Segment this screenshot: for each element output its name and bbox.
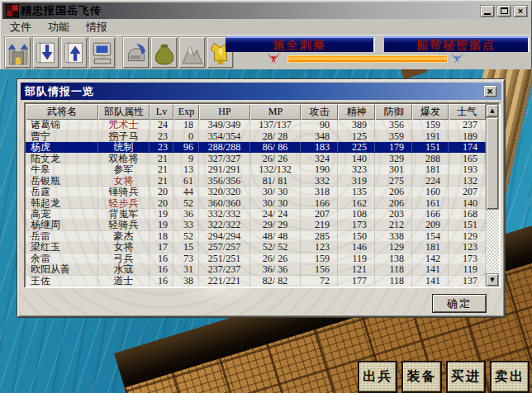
cell-morale: 165 — [449, 153, 486, 163]
cell-morale: 140 — [449, 197, 486, 207]
cell-exp: 36 — [173, 209, 199, 219]
close-button[interactable]: × — [513, 5, 528, 17]
unit-row-王佐[interactable]: 王佐道士1638221/22182/ 8272177118141137 — [26, 276, 486, 286]
cell-morale: 119 — [449, 264, 486, 274]
cell-exp: 96 — [173, 142, 199, 152]
cell-spirit: 140 — [338, 153, 375, 163]
cell-morale: 207 — [449, 187, 486, 196]
buy-button[interactable]: 买进 — [446, 361, 486, 393]
unit-row-韩起龙[interactable]: 韩起龙轻步兵2052360/36030/ 30166162206161140 — [26, 197, 486, 208]
column-header-lv[interactable]: Lv — [150, 104, 173, 120]
terrain-button[interactable] — [178, 36, 206, 69]
unit-row-高宠[interactable]: 高宠背嵬军1936332/33224/ 24207108203166168 — [26, 209, 486, 220]
equip-button[interactable]: 装备 — [401, 361, 441, 393]
cell-hp: 251/251 — [199, 253, 250, 263]
scroll-up-icon: ▲ — [490, 108, 494, 114]
column-header-mp[interactable]: MP — [250, 104, 301, 120]
column-header-hp[interactable]: HP — [199, 104, 250, 120]
cell-class: 锤骑兵 — [98, 187, 150, 196]
cell-exp: 52 — [173, 231, 199, 241]
cell-morale: 129 — [449, 231, 486, 241]
cell-attack: 190 — [301, 164, 338, 174]
sell-button[interactable]: 卖出 — [490, 361, 530, 393]
cell-hp: 291/291 — [199, 164, 250, 174]
save-button[interactable] — [32, 36, 59, 69]
menu-file[interactable]: 文件 — [10, 20, 31, 35]
unit-table-rows: 诸葛锦咒术士2418349/349137/13790389356159237曹宁… — [26, 120, 486, 286]
column-header-morale[interactable]: 士气 — [449, 104, 486, 120]
cell-lv: 21 — [150, 164, 173, 174]
scroll-up-button[interactable]: ▲ — [486, 104, 499, 117]
scrollbar-track[interactable] — [486, 210, 499, 273]
cell-mp: 132/132 — [250, 164, 301, 174]
unit-info-dialog: 部队情报一览 × 武将名部队属性LvExpHPMP攻击精神防御爆发士气 诸葛锦咒… — [17, 78, 506, 318]
quest-banner-chuanbang[interactable]: 船帮秘密据点 — [384, 36, 530, 52]
scroll-down-icon: ▼ — [490, 277, 494, 283]
unit-row-杨虎[interactable]: 杨虎统制2396288/28886/ 86183225179151174 — [26, 142, 486, 153]
scrollbar-thumb[interactable] — [486, 117, 499, 210]
unit-row-诸葛锦[interactable]: 诸葛锦咒术士2418349/349137/13790389356159237 — [26, 120, 486, 130]
titlebar[interactable]: 精忠报国岳飞传 × — [2, 2, 530, 19]
cell-name: 欧阳从善 — [26, 264, 98, 274]
cell-burst: 191 — [412, 130, 449, 140]
campaign-progress-bar — [287, 55, 448, 63]
column-header-defense[interactable]: 防御 — [375, 104, 412, 120]
menubar: 文件 功能 情报 — [2, 20, 530, 34]
cell-exp: 38 — [173, 276, 199, 286]
scroll-down-button[interactable]: ▼ — [486, 273, 499, 286]
cell-lv: 16 — [150, 276, 173, 286]
unit-row-梁红玉[interactable]: 梁红玉女将1715257/25752/ 52123146129181123 — [26, 242, 486, 253]
deploy-button[interactable]: 出兵 — [358, 361, 397, 393]
cell-mp: 52/ 52 — [250, 242, 301, 252]
unit-row-曹宁[interactable]: 曹宁拐子马230354/35428/ 28348125359191189 — [26, 130, 486, 141]
menu-function[interactable]: 功能 — [48, 20, 69, 35]
unit-row-余雷[interactable]: 余雷弓兵1673251/25126/ 26159119138142173 — [26, 253, 486, 264]
column-header-burst[interactable]: 爆发 — [412, 104, 449, 120]
unit-row-欧阳从善[interactable]: 欧阳从善水寇1631237/23736/ 36156121118141119 — [26, 264, 486, 275]
column-header-name[interactable]: 武将名 — [26, 104, 98, 120]
quest-banner-shiquan[interactable]: 施全刺秦 — [226, 36, 375, 52]
cell-class: 弓兵 — [98, 253, 150, 263]
cell-attack: 332 — [301, 175, 338, 185]
table-scrollbar[interactable]: ▲ ▼ — [486, 104, 499, 286]
cell-spirit: 225 — [338, 142, 375, 152]
cell-hp: 221/221 — [199, 276, 250, 286]
cell-burst: 181 — [412, 164, 449, 174]
column-header-exp[interactable]: Exp — [173, 104, 199, 120]
column-header-spirit[interactable]: 精神 — [338, 104, 375, 120]
cell-morale: 132 — [449, 175, 486, 185]
cell-mp: 86/ 86 — [250, 142, 301, 152]
cell-name: 杨虎 — [26, 142, 98, 152]
general-button[interactable] — [122, 36, 150, 69]
column-header-attack[interactable]: 攻击 — [301, 104, 338, 120]
menu-intel[interactable]: 情报 — [86, 20, 107, 35]
unit-row-岳银瓶[interactable]: 岳银瓶女将2161356/35681/ 81332319275224132 — [26, 175, 486, 186]
cell-name: 陆文龙 — [26, 153, 98, 163]
cell-mp: 26/ 26 — [250, 253, 301, 263]
unit-row-牛皋[interactable]: 牛皋参军2113291/291132/132190323301181193 — [26, 164, 486, 175]
minimize-icon — [484, 13, 491, 15]
cell-exp: 44 — [173, 187, 199, 196]
cell-class: 背嵬军 — [98, 209, 150, 219]
unit-row-岳雷[interactable]: 岳雷豪杰1852294/29448/ 48285150338154129 — [26, 231, 486, 242]
system-button[interactable] — [88, 36, 116, 69]
gold-button[interactable] — [150, 36, 178, 69]
column-header-class[interactable]: 部队属性 — [98, 104, 150, 120]
maximize-button[interactable] — [496, 5, 511, 17]
load-button[interactable] — [60, 36, 88, 69]
cell-attack: 156 — [301, 264, 338, 274]
ok-button[interactable]: 确定 — [432, 294, 487, 313]
cell-spirit: 119 — [338, 253, 375, 263]
dialog-titlebar[interactable]: 部队情报一览 × — [21, 83, 501, 100]
cell-defense: 129 — [375, 242, 412, 252]
unit-row-岳霆[interactable]: 岳霆锤骑兵2044320/32030/ 30318135206160207 — [26, 187, 486, 197]
cell-exp: 52 — [173, 197, 199, 207]
minimize-button[interactable] — [480, 5, 495, 17]
dialog-close-button[interactable]: × — [483, 85, 497, 97]
fort-button[interactable] — [4, 36, 31, 69]
unit-row-陆文龙[interactable]: 陆文龙双枪将219327/32726/ 26324140329288165 — [26, 153, 486, 163]
cell-spirit: 177 — [338, 276, 375, 286]
unit-row-杨继周[interactable]: 杨继周轻骑兵1933322/32229/ 29219173212209151 — [26, 220, 486, 230]
cell-burst: 166 — [412, 209, 449, 219]
cell-attack: 318 — [301, 187, 338, 196]
